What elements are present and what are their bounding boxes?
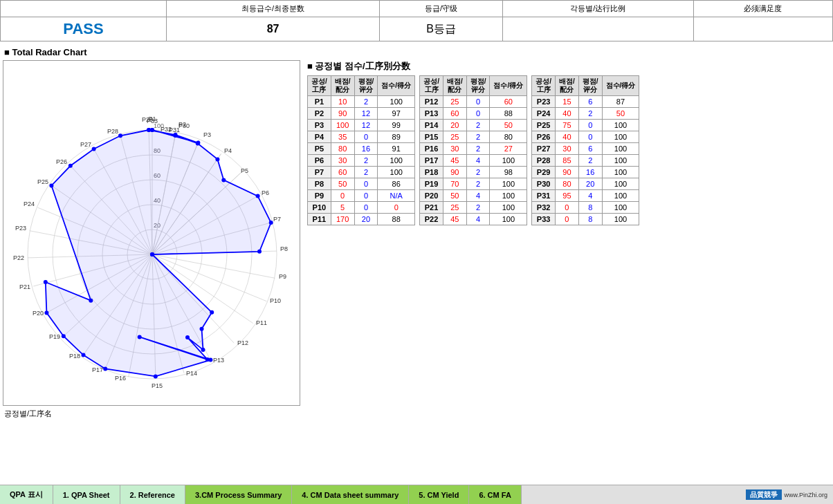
- table-row: P5801691: [308, 143, 415, 155]
- score-value: 50: [602, 108, 639, 120]
- svg-point-51: [257, 250, 262, 254]
- col2-header: 등급/守级: [380, 1, 503, 17]
- pyeong-value: 20: [354, 214, 378, 225]
- svg-point-74: [196, 141, 200, 145]
- process-id: P25: [532, 120, 556, 131]
- score-value: 100: [490, 190, 527, 202]
- bae-value: 90: [331, 108, 354, 120]
- top-summary-table: 최등급수/최종분数 등급/守级 각등별/达行比例 必须满足度 PASS 87 B…: [0, 0, 833, 41]
- table-row: P1630227: [420, 143, 527, 155]
- process-id: P26: [532, 131, 556, 143]
- bae-value: 50: [443, 190, 466, 202]
- process-id: P4: [308, 131, 331, 143]
- table-row: P2440250: [532, 108, 639, 120]
- svg-point-61: [154, 374, 158, 378]
- col4-header: 必须满足度: [693, 1, 832, 17]
- bottom-tabs: QPA 표시 1. QPA Sheet 2. Reference 3.CM Pr…: [0, 485, 833, 504]
- table-row: P27306100: [532, 143, 639, 155]
- process-id: P7: [308, 167, 331, 178]
- th-pyeong-3: 평점/评分: [578, 76, 602, 96]
- process-id: P29: [532, 167, 556, 178]
- bae-value: 30: [443, 143, 466, 155]
- tab-cm-yield[interactable]: 5. CM Yield: [409, 485, 469, 505]
- svg-point-76: [147, 128, 151, 132]
- table-row: P1525280: [420, 131, 527, 143]
- score-value: 100: [378, 167, 415, 178]
- table-row: P900N/A: [308, 190, 415, 202]
- pyeong-value: 0: [466, 96, 490, 108]
- table-row: P6302100: [308, 155, 415, 167]
- svg-text:P21: P21: [19, 283, 30, 290]
- tab-qpa-display[interactable]: QPA 표시: [0, 485, 53, 505]
- pyeong-value: 2: [578, 108, 602, 120]
- svg-point-55: [200, 327, 204, 331]
- bae-value: 100: [331, 120, 354, 131]
- bae-value: 35: [331, 131, 354, 143]
- svg-text:P23: P23: [15, 225, 26, 232]
- logo-area: 品質競爭 www.PinZhi.org: [740, 489, 833, 501]
- process-table-1: 공성/工序 배점/配分 평점/评分 점수/得分 P1102100P2901297…: [307, 75, 415, 225]
- score-value: 89: [378, 131, 415, 143]
- svg-point-62: [103, 367, 107, 371]
- pyeong-value: 4: [466, 214, 490, 225]
- process-id: P12: [420, 96, 443, 108]
- score-value: 91: [378, 143, 415, 155]
- svg-text:P7: P7: [273, 216, 281, 223]
- pyeong-value: 8: [578, 202, 602, 214]
- pyeong-value: 0: [354, 202, 378, 214]
- pyeong-value: 0: [354, 131, 378, 143]
- score-value: 100: [602, 167, 639, 178]
- process-id: P3: [308, 120, 331, 131]
- pyeong-value: 0: [578, 131, 602, 143]
- process-table-section: ■ 공정별 점수/工序別分数 공성/工序 배점/配分 평점/评分 점수/得分 P…: [307, 60, 830, 406]
- svg-point-68: [49, 184, 53, 188]
- bae-value: 0: [331, 190, 354, 202]
- table-row: P7602100: [308, 167, 415, 178]
- process-id: P5: [308, 143, 331, 155]
- table-row: P22454100: [420, 214, 527, 225]
- score-value: 98: [490, 167, 527, 178]
- tab-cm-data-sheet[interactable]: 4. CM Data sheet summary: [292, 485, 409, 505]
- table-row: P1890298: [420, 167, 527, 178]
- score-value: 100: [490, 214, 527, 225]
- svg-text:P12: P12: [237, 339, 248, 346]
- bae-value: 90: [443, 167, 466, 178]
- bae-value: 85: [556, 155, 579, 167]
- bae-value: 25: [443, 202, 466, 214]
- pyeong-value: 2: [466, 120, 490, 131]
- score-value: 88: [490, 108, 527, 120]
- table-row: P1420250: [420, 120, 527, 131]
- process-id: P27: [532, 143, 556, 155]
- col3-header: 각등별/达行比例: [503, 1, 694, 17]
- tab-reference[interactable]: 2. Reference: [120, 485, 185, 505]
- bae-value: 20: [443, 120, 466, 131]
- svg-point-53: [150, 252, 154, 256]
- table-row: P3208100: [532, 202, 639, 214]
- bae-value: 10: [331, 96, 354, 108]
- bae-value: 70: [443, 178, 466, 190]
- tab-cm-fa[interactable]: 6. CM FA: [469, 485, 521, 505]
- pyeong-value: 2: [466, 167, 490, 178]
- table-row: P2901297: [308, 108, 415, 120]
- bae-value: 90: [556, 167, 579, 178]
- score-value: 87: [602, 96, 639, 108]
- tab-qpa-sheet[interactable]: 1. QPA Sheet: [53, 485, 120, 505]
- svg-text:P13: P13: [213, 357, 224, 364]
- grade-value: B등급: [380, 17, 503, 41]
- process-id: P22: [420, 214, 443, 225]
- svg-point-65: [44, 310, 48, 315]
- svg-point-66: [44, 280, 48, 284]
- pyeong-value: 2: [354, 167, 378, 178]
- svg-text:P15: P15: [152, 382, 163, 389]
- th-process-3: 공성/工序: [532, 76, 556, 96]
- svg-point-56: [201, 348, 205, 352]
- pyeong-value: 8: [578, 214, 602, 225]
- process-id: P16: [420, 143, 443, 155]
- bae-value: 75: [556, 120, 579, 131]
- pyeong-value: 12: [354, 120, 378, 131]
- tab-cm-process-summary[interactable]: 3.CM Process Summary: [185, 485, 292, 505]
- process-id: P19: [420, 178, 443, 190]
- process-id: P30: [532, 178, 556, 190]
- score-value: 100: [602, 178, 639, 190]
- score-value: 100: [602, 120, 639, 131]
